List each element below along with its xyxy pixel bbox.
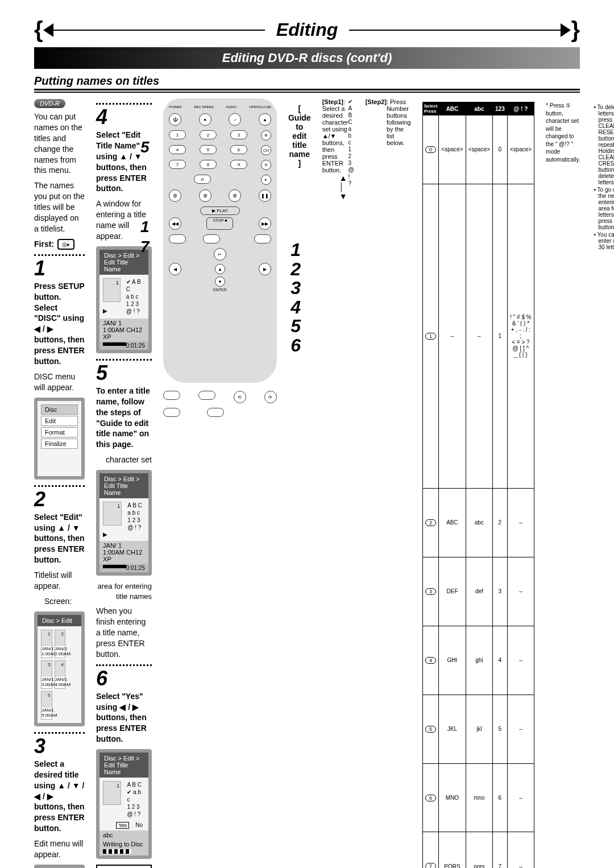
titlelist-screen: Disc > Edit 1JAN/1 1:00AM 2JAN/1 2:00AM …	[34, 611, 85, 726]
intro-text-1: You can put names on the titles and chan…	[34, 111, 85, 176]
sub-heading: Putting names on titles	[34, 75, 580, 90]
table-header: abc	[466, 102, 492, 115]
bracket-right-icon: }	[571, 17, 580, 43]
step-number-4: 4	[96, 107, 152, 127]
dotted-divider	[34, 485, 85, 487]
table-header: @ ! ?	[507, 102, 534, 115]
table-cell: –	[439, 184, 466, 488]
table-cell: pqrs	[466, 832, 492, 868]
table-corner: Select Press	[422, 102, 439, 115]
table-cell: –	[507, 695, 534, 763]
table-row-key: 0	[422, 115, 439, 184]
footnote-item: To go on to the next entering area for l…	[599, 187, 615, 230]
yes-button: Yes	[116, 822, 129, 829]
mini-charset: A B C a b c 1 2 3 @ ! ?	[348, 98, 354, 868]
step6-instruction: Select "Yes" using ◀ / ▶ buttons, then p…	[96, 691, 152, 745]
dotted-divider	[96, 103, 152, 105]
table-cell: –	[507, 832, 534, 868]
step-number-1: 1	[34, 258, 85, 279]
divider	[34, 92, 580, 93]
title-tile: 3JAN/1 3:00AM	[41, 660, 52, 689]
table-cell: <space>	[439, 115, 466, 184]
titlelist-header: Disc > Edit	[38, 615, 81, 626]
title-tile: 2JAN/1 2:00AM	[55, 630, 66, 658]
abc-line: abc	[99, 830, 148, 840]
remote-diagram: POWERREC SPEEDAUDIOOPEN/CLOSE ⏻●♪▲ 123⊕ …	[163, 98, 277, 383]
step1-instruction: Press SETUP button. Select "DISC" using …	[34, 281, 85, 367]
dotted-divider	[34, 254, 85, 256]
callout-1: 1	[140, 218, 150, 236]
cassette-icon: ◎▸	[57, 239, 74, 250]
table-cell: abc	[466, 488, 492, 557]
status-row: JAN/ 1 1:00AM CH12 XP	[99, 319, 148, 341]
table-cell: 6	[493, 763, 508, 832]
disc-menu-item: Finalize	[41, 439, 78, 449]
disc-menu-header: Disc	[41, 404, 78, 415]
guide-title: [ Guide to edit title name ]	[288, 104, 311, 868]
table-cell: 2	[493, 488, 508, 557]
step2-text: Titlelist will appear.	[34, 570, 85, 592]
disc-menu-item: Format	[41, 427, 78, 437]
step1-text: DISC menu will appear.	[34, 371, 85, 393]
table-cell: 4	[493, 626, 508, 695]
table-row-key: 2	[422, 488, 439, 557]
edit-menu-screen: Disc > Edit 1 ▶ Title Delete Edit Title …	[34, 865, 85, 868]
callout-7: 7	[140, 238, 150, 256]
table-cell: 7	[493, 832, 508, 868]
table-cell: 5	[493, 695, 508, 763]
dotted-divider	[96, 664, 152, 666]
table-cell: –	[507, 557, 534, 626]
table-cell: –	[507, 488, 534, 557]
column-1: DVD-R You can put names on the titles an…	[34, 98, 85, 868]
dvdr-badge: DVD-R	[34, 99, 65, 108]
table-cell: GHI	[439, 626, 466, 695]
writing-label: Writing to Disc	[103, 841, 143, 848]
area-label: area for entering title names	[96, 581, 152, 601]
column-3: POWERREC SPEEDAUDIOOPEN/CLOSE ⏻●♪▲ 123⊕ …	[163, 98, 277, 868]
table-header: 123	[493, 102, 508, 115]
step5-text: When you finish entering a title name, p…	[96, 606, 152, 659]
screen-header: Disc > Edit > Edit Title Name	[99, 753, 148, 778]
table-cell: 1	[493, 184, 508, 488]
page-header-bar: { Editing }	[34, 17, 580, 43]
step-number-2: 2	[34, 489, 85, 510]
disc-menu-screen: Disc Edit Format Finalize	[34, 398, 85, 480]
divider	[349, 30, 561, 31]
table-cell: <space>	[466, 115, 492, 184]
step3-instruction: Select a desired title using ▲ / ▼ / ◀ /…	[34, 759, 85, 834]
divider	[53, 30, 265, 31]
table-cell: ABC	[439, 488, 466, 557]
table-cell: 0	[493, 115, 508, 184]
table-cell: ghi	[466, 626, 492, 695]
dotted-divider	[34, 732, 85, 734]
table-cell: DEF	[439, 557, 466, 626]
guide-step1: [Step1]: Select a desired character set …	[322, 98, 354, 868]
table-header: ABC	[439, 102, 466, 115]
footnotes: To delete letters, press CLEAR/C-RESET b…	[592, 104, 615, 868]
table-cell: JKL	[439, 695, 466, 763]
title-tile: 4JAN/1 4:00AM	[55, 660, 66, 689]
table-cell: MNO	[439, 763, 466, 832]
table-cell: def	[466, 557, 492, 626]
no-button: No	[135, 822, 143, 828]
step2-instruction: Select "Edit" using ▲ / ▼ buttons, then …	[34, 512, 85, 565]
table-row-key: 1	[422, 184, 439, 488]
table-cell: –	[507, 763, 534, 832]
charset-box: A B C a b c 1 2 3 @ ! ?	[121, 278, 145, 315]
page-title: Editing	[276, 19, 338, 40]
arrow-left-icon	[43, 23, 53, 37]
arrow-right-icon	[561, 23, 571, 37]
table-row-key: 5	[422, 695, 439, 763]
section-banner: Editing DVD-R discs (cont'd)	[34, 47, 580, 69]
step-number-6: 6	[96, 668, 152, 689]
table-row-key: 7	[422, 832, 439, 868]
table-cell: jkl	[466, 695, 492, 763]
asterisk-note: * Press ① button, character set will be …	[546, 102, 580, 868]
charset-label: character set	[96, 454, 152, 465]
guide-step2: [Step2]: Press Number buttons following …	[366, 98, 411, 868]
first-label: First:	[34, 239, 54, 249]
bracket-left-icon: {	[34, 17, 43, 43]
table-cell: 3	[493, 557, 508, 626]
table-cell: –	[466, 184, 492, 488]
note-box: This operation may take a while to be co…	[96, 865, 152, 868]
